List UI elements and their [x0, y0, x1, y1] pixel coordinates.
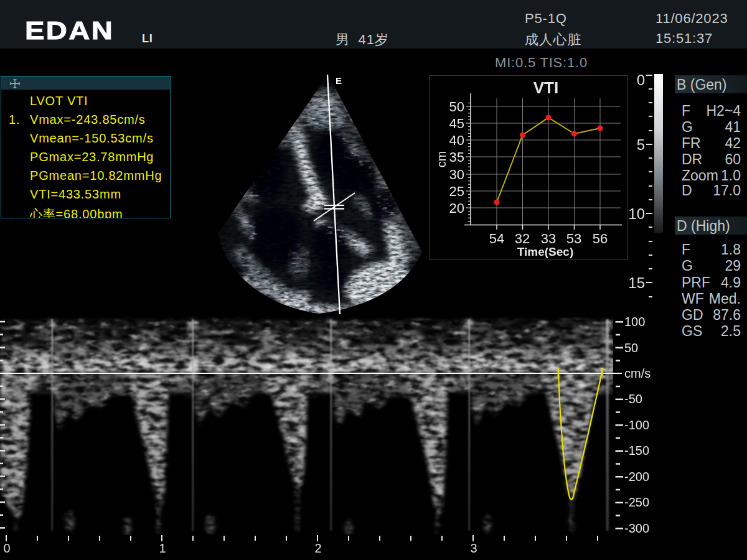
svg-text:cm: cm — [435, 151, 448, 168]
svg-text:15: 15 — [628, 274, 645, 291]
svg-text:3: 3 — [470, 541, 477, 555]
svg-text:50: 50 — [624, 341, 638, 355]
svg-text:10: 10 — [628, 205, 645, 222]
svg-text:-50: -50 — [624, 392, 642, 406]
svg-text:33: 33 — [541, 231, 556, 246]
svg-text:50: 50 — [449, 99, 464, 114]
svg-text:-300: -300 — [624, 521, 649, 535]
svg-text:54: 54 — [489, 231, 504, 246]
svg-text:30: 30 — [449, 167, 464, 182]
svg-text:53: 53 — [566, 231, 581, 246]
svg-text:cm/s: cm/s — [624, 366, 651, 380]
svg-text:1: 1 — [159, 541, 166, 555]
svg-text:-250: -250 — [624, 495, 649, 509]
svg-text:-150: -150 — [624, 444, 649, 457]
svg-text:0: 0 — [637, 72, 645, 88]
svg-text:5: 5 — [637, 136, 645, 153]
svg-text:Time(Sec): Time(Sec) — [517, 245, 573, 258]
svg-text:-200: -200 — [624, 470, 649, 483]
svg-text:20: 20 — [449, 200, 464, 216]
svg-text:-100: -100 — [624, 418, 649, 432]
svg-text:VTI: VTI — [533, 78, 558, 97]
svg-text:45: 45 — [449, 116, 464, 131]
svg-text:56: 56 — [593, 231, 608, 246]
svg-text:25: 25 — [449, 184, 464, 199]
svg-text:0: 0 — [3, 541, 10, 555]
svg-text:40: 40 — [449, 133, 464, 148]
svg-text:32: 32 — [515, 231, 530, 246]
svg-text:100: 100 — [624, 315, 645, 329]
svg-text:35: 35 — [449, 149, 464, 165]
svg-text:E: E — [336, 75, 342, 86]
svg-text:2: 2 — [314, 541, 321, 555]
